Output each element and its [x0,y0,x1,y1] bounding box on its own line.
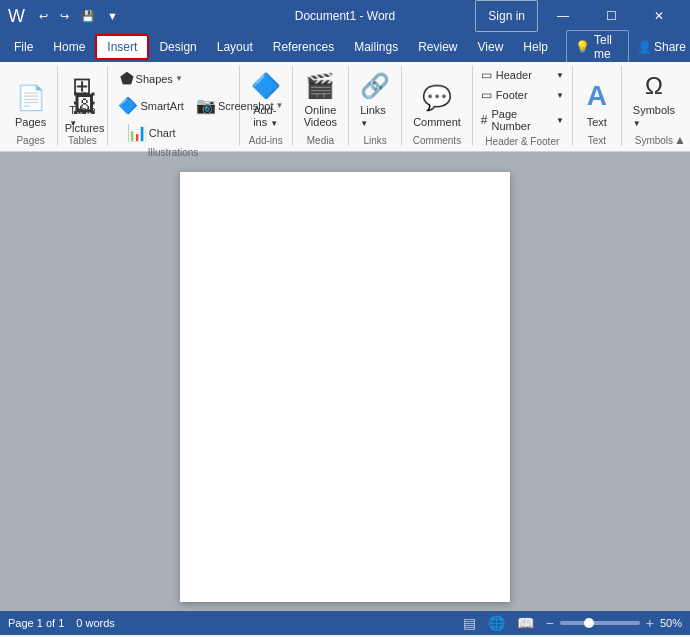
symbols-label: Symbols ▼ [633,104,675,128]
shapes-button[interactable]: ⬟ Shapes ▼ [113,66,188,91]
menu-layout[interactable]: Layout [207,34,263,60]
redo-button[interactable]: ↪ [56,8,73,25]
zoom-slider[interactable] [560,621,640,625]
tell-me-label: Tell me [594,33,620,61]
menu-help[interactable]: Help [513,34,558,60]
ribbon-group-header-footer: ▭ Header ▼ ▭ Footer ▼ # Page Number ▼ He… [473,66,573,146]
pictures-button[interactable]: 🖼 Pictures [58,73,112,139]
comments-items: 💬 Comment [406,66,468,133]
title-bar: W ↩ ↪ 💾 ▼ Document1 - Word Sign in — ☐ ✕ [0,0,690,32]
header-button[interactable]: ▭ Header ▼ [477,66,568,84]
ribbon-collapse-button[interactable]: ▲ [674,133,686,147]
ribbon-group-media: 🎬 OnlineVideos Media [293,66,349,146]
window-controls: Sign in — ☐ ✕ [475,0,682,32]
save-button[interactable]: 💾 [77,8,99,25]
links-label: Links ▼ [360,104,390,128]
word-logo-icon: W [8,6,25,27]
web-layout-view-button[interactable]: 🌐 [486,615,507,631]
quick-access-toolbar: W ↩ ↪ 💾 ▼ [8,6,122,27]
page-number-arrow-icon: ▼ [556,116,564,125]
smartart-button[interactable]: 🔷 SmartArt [113,93,188,118]
illustrations-small-group: ⬟ Shapes ▼ 🔷 SmartArt 📊 [113,66,188,145]
undo-button[interactable]: ↩ [35,8,52,25]
minimize-button[interactable]: — [540,0,586,32]
zoom-out-button[interactable]: − [544,615,556,631]
addins-items: 🔷 Add-ins ▼ [244,66,288,133]
pages-button[interactable]: 📄 Pages [8,67,53,133]
footer-arrow-icon: ▼ [556,91,564,100]
ribbon-group-text: A Text Text [573,66,622,146]
page-number-button[interactable]: # Page Number ▼ [477,106,568,134]
window-title: Document1 - Word [295,9,395,23]
addins-button[interactable]: 🔷 Add-ins ▼ [244,67,288,133]
chart-label: Chart [149,127,176,139]
page-number-label: Page Number [492,108,552,132]
menu-design[interactable]: Design [149,34,206,60]
footer-button[interactable]: ▭ Footer ▼ [477,86,568,104]
pages-icon: 📄 [16,84,46,112]
menu-bar: File Home Insert Design Layout Reference… [0,32,690,62]
menu-home[interactable]: Home [43,34,95,60]
menu-review[interactable]: Review [408,34,467,60]
shapes-label: Shapes [136,73,173,85]
hf-items: ▭ Header ▼ ▭ Footer ▼ # Page Number ▼ [477,66,568,134]
ribbon-group-links: 🔗 Links ▼ Links [349,66,402,146]
comment-icon: 💬 [422,84,452,112]
close-button[interactable]: ✕ [636,0,682,32]
page-info: Page 1 of 1 [8,617,64,629]
zoom-controls: − + 50% [544,615,682,631]
menu-mailings[interactable]: Mailings [344,34,408,60]
maximize-button[interactable]: ☐ [588,0,634,32]
online-videos-button[interactable]: 🎬 OnlineVideos [297,67,344,133]
comment-button[interactable]: 💬 Comment [406,67,468,133]
comments-group-label: Comments [413,135,461,146]
page-number-icon: # [481,113,488,127]
header-footer-group-label: Header & Footer [485,136,559,147]
share-icon: 👤 [637,40,652,54]
menu-references[interactable]: References [263,34,344,60]
ribbon-group-illustrations: 🖼 Pictures ⬟ Shapes ▼ 🔷 [108,66,240,146]
links-button[interactable]: 🔗 Links ▼ [353,67,397,133]
ribbon-group-comments: 💬 Comment Comments [402,66,473,146]
text-button[interactable]: A Text [577,67,617,133]
pictures-icon: 🖼 [73,90,97,118]
pages-group-label: Pages [16,135,44,146]
ribbon-group-addins: 🔷 Add-ins ▼ Add-ins [240,66,293,146]
header-label: Header [496,69,532,81]
text-label: Text [587,116,607,128]
menu-file[interactable]: File [4,34,43,60]
shapes-arrow-icon: ▼ [175,74,183,83]
header-arrow-icon: ▼ [556,71,564,80]
document-page [180,172,510,602]
footer-icon: ▭ [481,88,492,102]
pictures-label: Pictures [65,122,105,134]
zoom-level: 50% [660,617,682,629]
addins-group-label: Add-ins [249,135,283,146]
chart-button[interactable]: 📊 Chart [113,120,188,145]
ribbon-group-pages: 📄 Pages Pages [4,66,58,146]
tell-me-box[interactable]: 💡 Tell me [566,30,629,64]
share-button[interactable]: 👤 Share [637,40,686,54]
collapse-icon: ▲ [674,133,686,147]
symbols-group-label: Symbols [635,135,673,146]
online-videos-label: OnlineVideos [304,104,337,128]
print-layout-view-button[interactable]: ▤ [461,615,478,631]
signin-button[interactable]: Sign in [475,0,538,32]
document-area [0,152,690,611]
media-group-label: Media [307,135,334,146]
shapes-icon: ⬟ [120,69,134,88]
media-items: 🎬 OnlineVideos [297,66,344,133]
symbols-button[interactable]: Ω Symbols ▼ [626,67,682,133]
footer-label: Footer [496,89,528,101]
customize-qa-button[interactable]: ▼ [103,8,122,24]
word-count: 0 words [76,617,115,629]
read-mode-view-button[interactable]: 📖 [515,615,536,631]
lightbulb-icon: 💡 [575,40,590,54]
addins-icon: 🔷 [251,72,281,100]
zoom-in-button[interactable]: + [644,615,656,631]
links-icon: 🔗 [360,72,390,100]
menu-insert[interactable]: Insert [95,34,149,60]
links-items: 🔗 Links ▼ [353,66,397,133]
text-group-label: Text [588,135,606,146]
menu-view[interactable]: View [468,34,514,60]
